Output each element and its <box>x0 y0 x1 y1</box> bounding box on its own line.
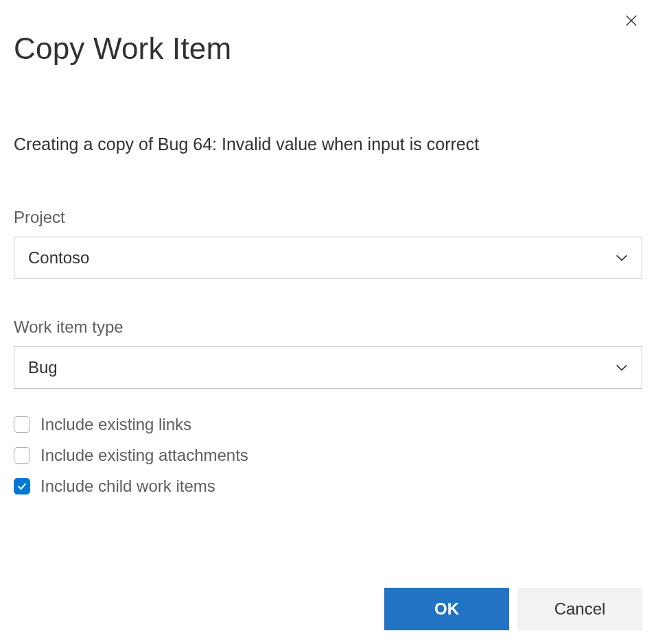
chevron-down-icon <box>614 250 629 265</box>
dialog-subtitle: Creating a copy of Bug 64: Invalid value… <box>14 134 642 154</box>
include-links-label: Include existing links <box>40 415 191 434</box>
work-item-type-label: Work item type <box>14 318 642 337</box>
checkbox-box-icon <box>14 447 30 464</box>
project-label: Project <box>14 208 642 227</box>
dialog-title: Copy Work Item <box>14 32 642 66</box>
work-item-type-field-group: Work item type Bug <box>14 318 642 389</box>
include-child-items-label: Include child work items <box>40 477 215 496</box>
close-button[interactable] <box>622 12 641 32</box>
cancel-button[interactable]: Cancel <box>517 588 642 630</box>
project-dropdown-value: Contoso <box>28 248 89 267</box>
close-icon <box>624 13 639 31</box>
chevron-down-icon <box>614 360 629 375</box>
checkbox-box-icon <box>14 416 30 433</box>
dialog-button-row: OK Cancel <box>384 588 642 630</box>
options-group: Include existing links Include existing … <box>14 415 642 496</box>
project-dropdown[interactable]: Contoso <box>14 237 642 279</box>
include-child-items-checkbox[interactable]: Include child work items <box>14 477 642 496</box>
include-attachments-label: Include existing attachments <box>40 446 248 465</box>
include-links-checkbox[interactable]: Include existing links <box>14 415 642 434</box>
ok-button[interactable]: OK <box>384 588 509 630</box>
work-item-type-dropdown[interactable]: Bug <box>14 346 642 389</box>
include-attachments-checkbox[interactable]: Include existing attachments <box>14 446 642 465</box>
project-field-group: Project Contoso <box>14 208 642 279</box>
work-item-type-dropdown-value: Bug <box>28 358 58 377</box>
checkbox-box-checked-icon <box>14 478 30 494</box>
